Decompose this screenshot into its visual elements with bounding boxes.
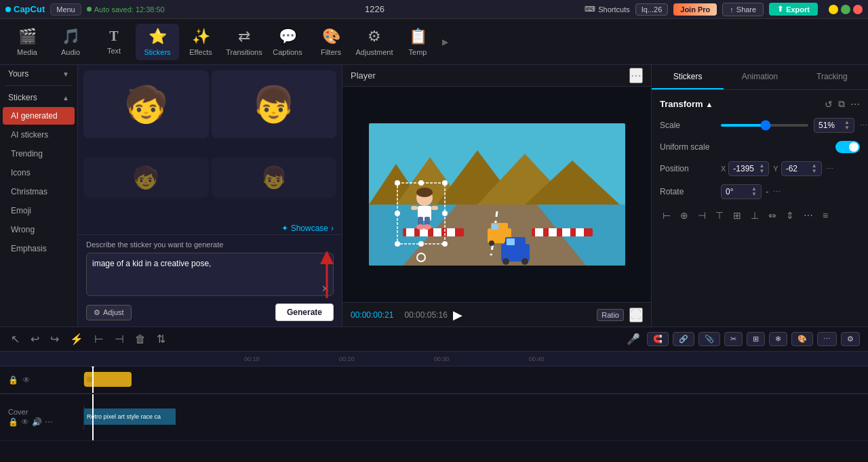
- nav-effects[interactable]: ✨ Effects: [179, 24, 222, 60]
- player-menu-button[interactable]: ⋯: [629, 68, 643, 83]
- delete-button[interactable]: 🗑: [132, 332, 149, 347]
- timeline-settings-button[interactable]: ⚙: [841, 332, 860, 346]
- sidebar-ai-generated[interactable]: AI generated: [3, 107, 75, 125]
- select-tool-button[interactable]: ↖: [8, 331, 22, 347]
- keyboard-icon: ⌨: [585, 5, 595, 14]
- track2-audio-button[interactable]: 🔊: [32, 417, 42, 427]
- main-video-clip[interactable]: Retro pixel art style race ca 🏁: [84, 397, 176, 436]
- export-button[interactable]: ⬆ Export: [769, 3, 818, 16]
- fullscreen-button[interactable]: ⛶: [629, 308, 643, 322]
- svg-point-32: [489, 240, 494, 246]
- align-center-v-button[interactable]: ⊞: [730, 207, 744, 224]
- scale-link-button[interactable]: ⋯: [860, 121, 867, 130]
- scale-down-button[interactable]: ▼: [844, 125, 850, 131]
- play-button[interactable]: ▶: [453, 308, 462, 322]
- split-audio-button[interactable]: ✂: [724, 332, 743, 346]
- align-dist-h-button[interactable]: ⇔: [766, 207, 779, 224]
- sticker-item-3[interactable]: 🧒: [83, 157, 209, 198]
- track2-more-button[interactable]: ⋯: [45, 417, 53, 427]
- redo-button[interactable]: ↪: [47, 331, 62, 347]
- timeline-more-button[interactable]: ⋯: [817, 332, 837, 346]
- sidebar-icons[interactable]: Icons: [3, 164, 75, 182]
- align-left-button[interactable]: ⊢: [660, 207, 673, 224]
- link-transform-button[interactable]: ⋯: [850, 98, 860, 110]
- close-button[interactable]: [853, 5, 863, 14]
- tab-stickers[interactable]: Stickers: [652, 65, 724, 89]
- left-sidebar: Yours ▼ Stickers ▲ AI generated AI stick…: [0, 65, 78, 327]
- nav-filters[interactable]: 🎨 Filters: [309, 24, 353, 60]
- reset-transform-button[interactable]: ↺: [825, 98, 833, 110]
- nav-media[interactable]: 🎬 Media: [5, 24, 49, 60]
- track2-eye-button[interactable]: 👁: [21, 417, 29, 427]
- clip-button[interactable]: 📎: [698, 332, 720, 346]
- maximize-button[interactable]: [841, 5, 850, 14]
- align-extra-button[interactable]: ≡: [820, 207, 831, 224]
- color-button[interactable]: 🎨: [791, 332, 813, 346]
- nav-temp[interactable]: 📋 Temp: [396, 24, 439, 60]
- scale-slider[interactable]: [721, 124, 808, 127]
- mic-button[interactable]: 🎤: [624, 331, 643, 347]
- ai-clear-button[interactable]: ✕: [321, 283, 330, 294]
- track1-lock-button[interactable]: 🔒: [8, 375, 18, 385]
- tab-tracking[interactable]: Tracking: [796, 65, 868, 89]
- ai-prompt-label: Describe the sticker you want to generat…: [86, 240, 334, 249]
- tab-animation[interactable]: Animation: [724, 65, 795, 89]
- rotate-down-button[interactable]: ▼: [751, 192, 757, 197]
- track1-eye-button[interactable]: 👁: [22, 375, 31, 385]
- sidebar-christmas[interactable]: Christmas: [3, 183, 75, 201]
- join-pro-button[interactable]: Join Pro: [673, 3, 717, 16]
- uniform-scale-toggle[interactable]: [835, 141, 860, 153]
- split-button[interactable]: ⚡: [67, 331, 86, 347]
- rotate-minus-button[interactable]: -: [766, 184, 769, 199]
- x-down-button[interactable]: ▼: [759, 169, 764, 174]
- copy-transform-button[interactable]: ⧉: [838, 98, 845, 110]
- nav-text[interactable]: T Text: [92, 24, 136, 59]
- trim-end-button[interactable]: ⊣: [112, 331, 127, 347]
- nav-transitions[interactable]: ⇄ Transitions: [222, 24, 266, 60]
- y-down-button[interactable]: ▼: [812, 169, 817, 174]
- trim-start-button[interactable]: ⊢: [92, 331, 106, 347]
- sticker-item-4[interactable]: 👦: [212, 157, 337, 198]
- flip-button[interactable]: ⇅: [154, 331, 168, 347]
- sidebar-ai-stickers[interactable]: AI stickers: [3, 126, 75, 144]
- adjust-button[interactable]: ⚙ Adjust: [86, 305, 132, 320]
- user-button[interactable]: Iq...26: [635, 3, 669, 16]
- sidebar-trending[interactable]: Trending: [3, 145, 75, 163]
- link-button[interactable]: 🔗: [673, 332, 694, 346]
- generate-button[interactable]: Generate: [275, 303, 334, 321]
- sidebar-stickers-cat[interactable]: Stickers ▲: [0, 89, 77, 106]
- nav-stickers[interactable]: ⭐ Stickers: [136, 24, 179, 60]
- magnet-button[interactable]: 🧲: [647, 332, 669, 346]
- align-top-button[interactable]: ⊤: [713, 207, 726, 224]
- nav-audio[interactable]: 🎵 Audio: [49, 24, 92, 60]
- track2-lock-button[interactable]: 🔒: [8, 417, 18, 427]
- align-more-button[interactable]: ⋯: [801, 207, 816, 224]
- ai-prompt-input[interactable]: image of a kid in a creative pose,: [86, 253, 334, 296]
- align-center-h-button[interactable]: ⊕: [677, 207, 691, 224]
- freeze-button[interactable]: ❄: [769, 332, 787, 346]
- nav-more[interactable]: ▶: [439, 35, 451, 49]
- sticker-clip[interactable]: [84, 372, 132, 387]
- sticker-item-1[interactable]: 🧒: [83, 70, 209, 138]
- sidebar-yours[interactable]: Yours ▼: [0, 65, 77, 83]
- undo-button[interactable]: ↩: [28, 331, 42, 347]
- position-link-button[interactable]: ⋯: [826, 161, 833, 176]
- nav-adjustment[interactable]: ⚙ Adjustment: [353, 24, 396, 60]
- menu-button[interactable]: Menu: [50, 3, 81, 16]
- rotate-link-button[interactable]: ⋯: [773, 184, 781, 199]
- sidebar-emphasis[interactable]: Emphasis: [3, 240, 75, 257]
- sidebar-emoji[interactable]: Emoji: [3, 202, 75, 219]
- align-right-button[interactable]: ⊣: [695, 207, 709, 224]
- sidebar-wrong[interactable]: Wrong: [3, 221, 75, 238]
- minimize-button[interactable]: [829, 5, 838, 14]
- sticker-item-2[interactable]: 👦: [212, 70, 337, 138]
- ratio-button[interactable]: Ratio: [597, 309, 624, 321]
- align-bottom-button[interactable]: ⊥: [748, 207, 762, 224]
- showcase-button[interactable]: ✦ Showcase ›: [281, 224, 334, 233]
- detach-button[interactable]: ⊞: [747, 332, 765, 346]
- shortcuts-button[interactable]: ⌨ Shortcuts: [585, 5, 629, 14]
- timeline-tools-right: 🎤 🧲 🔗 📎 ✂ ⊞ ❄ 🎨 ⋯ ⚙: [624, 331, 860, 347]
- align-dist-v-button[interactable]: ⇕: [783, 207, 797, 224]
- share-button[interactable]: ↑ Share: [722, 3, 764, 16]
- nav-captions[interactable]: 💬 Captions: [266, 24, 309, 60]
